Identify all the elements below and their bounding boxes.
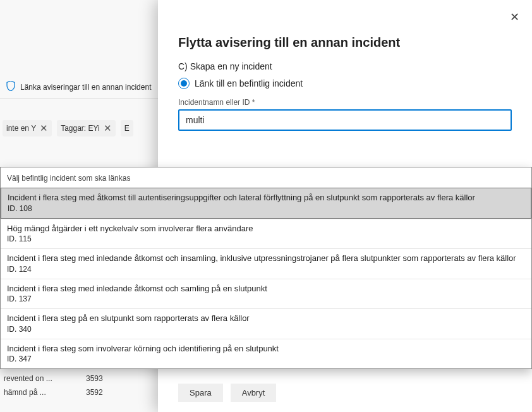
dropdown-item[interactable]: Incident i flera steg med inledande åtko… (1, 248, 531, 279)
background-rows: revented on ... 3593 hämnd på ... 3592 (4, 372, 103, 399)
incident-name-label: Incidentnamn eller ID * (178, 98, 512, 107)
close-icon: ✕ (510, 11, 519, 23)
close-icon[interactable]: ✕ (104, 123, 112, 134)
dropdown-item-id: ID. 137 (7, 294, 525, 303)
dropdown-item[interactable]: Incident i flera steg med inledande åtko… (1, 279, 531, 309)
shield-icon (6, 81, 15, 93)
list-item[interactable]: hämnd på ... 3592 (4, 385, 103, 399)
dropdown-item-id: ID. 108 (8, 204, 524, 213)
dropdown-item-name: Incident i flera steg med inledande åtko… (7, 283, 525, 294)
radio-selected-icon (178, 78, 190, 89)
dropdown-item-id: ID. 347 (7, 354, 525, 363)
dropdown-item-id: ID. 115 (7, 234, 525, 243)
filter-pill[interactable]: E (121, 120, 133, 136)
option-create-label: C) Skapa en ny incident (178, 61, 272, 71)
list-item[interactable]: revented on ... 3593 (4, 372, 103, 385)
close-icon[interactable]: ✕ (40, 123, 48, 134)
panel-body: C) Skapa en ny incident Länk till en bef… (158, 61, 532, 131)
filter-pill-label: E (124, 124, 130, 133)
dropdown-item-name: Incident i flera steg som involverar kör… (7, 343, 525, 354)
dropdown-item-id: ID. 340 (7, 325, 525, 334)
filter-pill-label: Taggar: EYi (61, 124, 100, 133)
dropdown-header: Välj befintlig incident som ska länkas (1, 167, 531, 188)
dropdown-item-name: Incident i flera steg med inledande åtko… (7, 253, 525, 264)
row-number: 3592 (86, 388, 103, 397)
option-create-incident[interactable]: C) Skapa en ny incident (178, 61, 512, 71)
link-alerts-item[interactable]: Länka aviseringar till en annan incident (0, 76, 158, 99)
dropdown-item[interactable]: Incident i flera steg med åtkomst till a… (1, 188, 531, 219)
filter-pill[interactable]: Taggar: EYi ✕ (57, 120, 116, 136)
option-link-incident[interactable]: Länk till en befintlig incident (178, 78, 512, 89)
option-link-label: Länk till en befintlig incident (195, 78, 303, 88)
filter-pill-label: inte en Y (6, 124, 36, 133)
dropdown-item[interactable]: Incident i flera steg på en slutpunkt so… (1, 308, 531, 339)
incident-name-input[interactable] (178, 109, 512, 131)
panel-footer: Spara Avbryt (178, 384, 276, 402)
dropdown-item-name: Incident i flera steg på en slutpunkt so… (7, 313, 525, 324)
dropdown-item[interactable]: Hög mängd åtgärder i ett nyckelvalv som … (1, 219, 531, 249)
panel-header: Flytta avisering till en annan incident (158, 0, 532, 61)
dropdown-item-id: ID. 124 (7, 265, 525, 274)
row-text: hämnd på ... (4, 388, 67, 397)
filter-pills-row: inte en Y ✕ Taggar: EYi ✕ E (0, 115, 158, 142)
save-button[interactable]: Spara (178, 384, 223, 402)
dropdown-item[interactable]: Incident i flera steg som involverar kör… (1, 339, 531, 369)
filter-pill[interactable]: inte en Y ✕ (3, 120, 52, 136)
row-text: revented on ... (4, 374, 67, 383)
close-button[interactable]: ✕ (507, 8, 522, 27)
panel-title: Flytta avisering till en annan incident (178, 35, 512, 50)
row-number: 3593 (86, 374, 103, 383)
link-alerts-label: Länka aviseringar till en annan incident (20, 83, 151, 92)
dropdown-item-name: Hög mängd åtgärder i ett nyckelvalv som … (7, 223, 525, 234)
incident-dropdown: Välj befintlig incident som ska länkas I… (0, 167, 532, 369)
dropdown-item-name: Incident i flera steg med åtkomst till a… (8, 192, 524, 203)
cancel-button[interactable]: Avbryt (231, 384, 277, 402)
